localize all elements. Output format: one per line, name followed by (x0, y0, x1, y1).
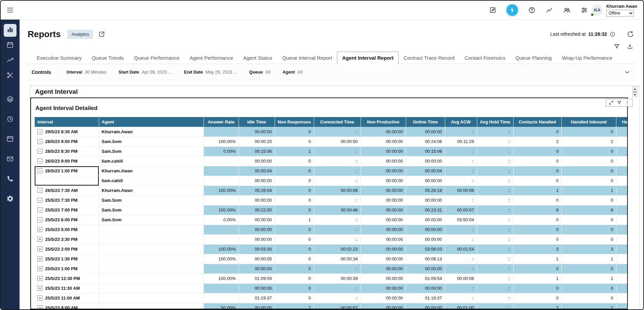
metric-cell-handled_extra[interactable] (616, 244, 627, 254)
metric-cell-idle_time[interactable]: 00:00:00 (239, 234, 275, 244)
metric-cell-contacts_handled[interactable]: 0 (513, 176, 561, 186)
metric-cell-non_responses[interactable]: 0 (275, 186, 314, 195)
metric-cell-non_responses[interactable]: 0 (275, 137, 314, 146)
agent-cell[interactable]: Sam.Som (99, 195, 204, 205)
sidebar-item-settings[interactable] (4, 193, 17, 206)
metric-cell-idle_time[interactable]: 00:00:00 (239, 195, 275, 205)
metric-cell-handled_inbound[interactable]: 0 (561, 234, 616, 244)
metric-cell-connected_time[interactable]: 00:00:57 (314, 303, 361, 309)
metric-cell-handled_inbound[interactable]: 0 (561, 225, 616, 234)
agent-cell[interactable]: Sam.Som (99, 146, 204, 156)
metric-cell-connected_time[interactable]: :: (314, 127, 361, 137)
metric-cell-answer_rate[interactable]: 100.00% (204, 186, 239, 195)
metric-cell-avg_acw[interactable]: :: (445, 234, 477, 244)
note-compose-icon[interactable] (489, 6, 496, 14)
metric-cell-connected_time[interactable]: :: (314, 293, 361, 303)
metric-cell-avg_hold_time[interactable]: :: (477, 186, 513, 195)
sidebar-item-layers[interactable] (4, 93, 17, 106)
metric-cell-handled_extra[interactable] (616, 166, 627, 176)
interval-cell[interactable]: −28/5/23 9:00 PM (35, 137, 99, 146)
metric-cell-contacts_handled[interactable]: 2 (513, 137, 561, 146)
metric-cell-avg_hold_time[interactable]: :: (477, 293, 513, 303)
agent-cell[interactable] (99, 225, 204, 234)
sidebar-item-reports[interactable] (4, 24, 17, 37)
column-header-answer_rate[interactable]: Answer Rate (204, 117, 239, 127)
metric-cell-non_productive[interactable]: 00:00:00 (361, 146, 406, 156)
metric-cell-handled_inbound[interactable]: 0 (561, 146, 616, 156)
metric-cell-idle_time[interactable]: 00:03:30 (239, 244, 275, 254)
avatar[interactable]: KA (591, 4, 603, 16)
metric-cell-non_responses[interactable]: 1 (275, 215, 314, 225)
metric-cell-non_productive[interactable]: 00:00:00 (361, 195, 406, 205)
metric-cell-contacts_handled[interactable]: 2 (513, 303, 561, 309)
people-icon[interactable] (563, 6, 571, 14)
more-options-icon[interactable] (625, 100, 630, 105)
metric-cell-handled_inbound[interactable]: 0 (561, 127, 616, 137)
metric-cell-connected_time[interactable]: :: (314, 225, 361, 234)
metric-cell-handled_extra[interactable] (616, 215, 627, 225)
metric-cell-non_productive[interactable]: 00:00:00 (361, 244, 406, 254)
metric-cell-idle_time[interactable]: 00:00:05 (239, 254, 275, 264)
metric-cell-handled_inbound[interactable]: 3 (561, 244, 616, 254)
metric-cell-contacts_handled[interactable]: 0 (513, 283, 561, 293)
agent-cell[interactable]: Khurram.Awan (99, 127, 204, 137)
tab-executive-summary[interactable]: Executive Summary (32, 52, 87, 64)
metric-cell-idle_time[interactable]: 00:00:00 (239, 215, 275, 225)
sidebar-item-routing[interactable] (4, 69, 17, 82)
collapse-row-button[interactable]: − (37, 207, 42, 213)
metric-cell-non_productive[interactable]: 00:00:00 (361, 254, 406, 264)
collapse-row-button[interactable]: − (37, 188, 42, 193)
sliders-icon[interactable] (581, 6, 588, 14)
report-scrollbar[interactable] (632, 87, 638, 97)
filter-end-date[interactable]: End DateMay 29, 2023 ... (184, 69, 237, 75)
refresh-icon[interactable] (627, 31, 634, 38)
metric-cell-connected_time[interactable]: :: (314, 146, 361, 156)
metric-cell-avg_hold_time[interactable]: :: (477, 283, 513, 293)
sidebar-item-calls[interactable] (4, 173, 17, 186)
metric-cell-connected_time[interactable]: 00:00:46 (314, 205, 361, 215)
metric-cell-non_responses[interactable]: 0 (275, 274, 314, 283)
tab-agent-status[interactable]: Agent Status (238, 52, 277, 64)
column-header-connected_time[interactable]: Connected Time (314, 117, 361, 127)
collapse-row-button[interactable]: − (37, 129, 42, 134)
metric-cell-avg_hold_time[interactable]: :: (477, 244, 513, 254)
scroll-up-icon[interactable] (634, 88, 636, 90)
filter-interval[interactable]: Interval30 Minutes (67, 69, 106, 75)
menu-icon[interactable] (6, 6, 14, 14)
metric-cell-handled_extra[interactable] (616, 127, 627, 137)
interval-cell[interactable]: −25/5/23 7:30 PM (35, 195, 99, 205)
metric-cell-contacts_handled[interactable]: 0 (513, 225, 561, 234)
metric-cell-online_time[interactable]: 00:00:00 (406, 303, 445, 309)
metric-cell-handled_inbound[interactable]: 1 (561, 186, 616, 195)
expand-row-button[interactable]: + (37, 247, 42, 252)
metric-cell-handled_extra[interactable] (616, 303, 627, 309)
analytics-badge[interactable]: Analytics (67, 30, 93, 39)
tab-queue-performance[interactable]: Queue Performance (129, 52, 184, 64)
column-header-interval[interactable]: Interval (35, 117, 99, 127)
metric-cell-non_productive[interactable]: 00:00:00 (361, 215, 406, 225)
metric-cell-handled_inbound[interactable]: 0 (561, 195, 616, 205)
metric-cell-avg_acw[interactable]: :: (445, 195, 477, 205)
expand-row-button[interactable]: + (37, 227, 42, 232)
metric-cell-connected_time[interactable]: :: (314, 176, 361, 186)
metric-cell-answer_rate[interactable] (204, 225, 239, 234)
metric-cell-answer_rate[interactable]: 0.00% (204, 146, 239, 156)
collapse-row-button[interactable]: − (37, 149, 42, 154)
metric-cell-connected_time[interactable]: 00:00:08 (314, 186, 361, 195)
collapse-row-button[interactable]: − (37, 159, 42, 164)
expand-widget-icon[interactable] (609, 100, 614, 105)
metric-cell-online_time[interactable]: 00:00:00 (406, 264, 445, 274)
metric-cell-online_time[interactable]: 00:15:06 (406, 146, 445, 156)
agent-cell[interactable]: Sam.Som (99, 205, 204, 215)
question-circle-icon[interactable] (528, 6, 535, 14)
agent-cell[interactable]: Sam.Som (99, 215, 204, 225)
metric-cell-non_responses[interactable]: 0 (275, 127, 314, 137)
metric-cell-avg_hold_time[interactable]: :: (477, 303, 513, 309)
metric-cell-non_productive[interactable]: 00:00:00 (361, 186, 406, 195)
metric-cell-answer_rate[interactable]: 100.00% (204, 274, 239, 283)
metric-cell-non_productive[interactable]: 00:00:00 (361, 225, 406, 234)
metric-cell-online_time[interactable]: 00:00:00 (406, 176, 445, 186)
metric-cell-handled_extra[interactable] (616, 264, 627, 274)
sidebar-item-calendar[interactable] (4, 39, 17, 52)
metric-cell-avg_acw[interactable]: 00:11:29 (445, 137, 477, 146)
